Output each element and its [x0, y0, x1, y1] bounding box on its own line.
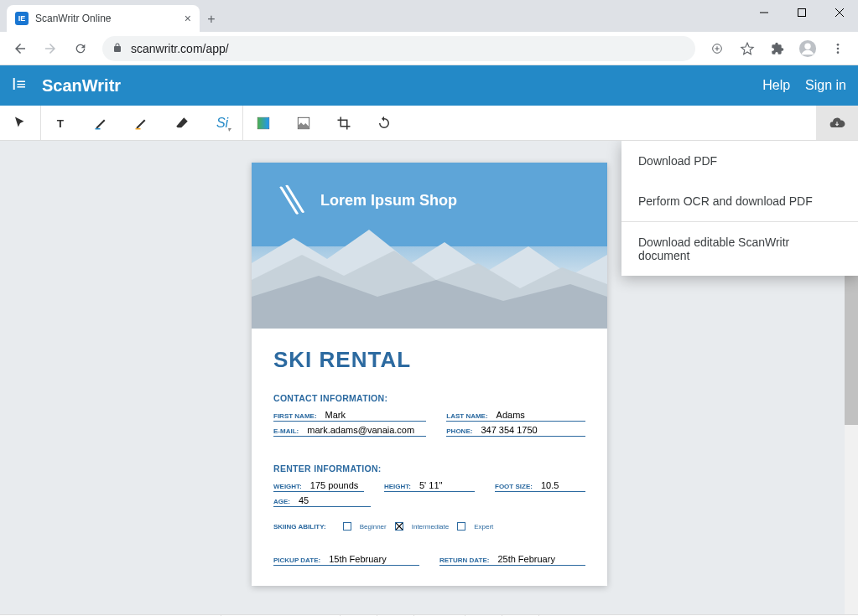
svg-point-11: [837, 51, 840, 54]
skiing-ability-row: SKIING ABILITY: Beginner Intermediate Ex…: [273, 522, 585, 531]
skill-expert-label: Expert: [474, 523, 493, 531]
last-name-value: Adams: [497, 410, 525, 420]
svg-rect-15: [136, 128, 141, 130]
image-color-tool[interactable]: [243, 106, 283, 140]
close-window-button[interactable]: [820, 0, 858, 25]
section-renter: RENTER INFORMATION:: [273, 463, 585, 474]
chevron-down-icon: ▾: [227, 126, 231, 133]
pickup-label: PICKUP DATE:: [273, 556, 320, 564]
skill-label: SKIING ABILITY:: [273, 523, 326, 531]
back-button[interactable]: [7, 35, 34, 62]
menu-icon[interactable]: [824, 35, 851, 62]
doc-brand: Lorem Ipsum Shop: [275, 183, 457, 218]
download-dropdown: Download PDF Perform OCR and download PD…: [621, 141, 858, 276]
svg-rect-1: [798, 9, 805, 17]
section-contact: CONTACT INFORMATION:: [273, 393, 585, 403]
phone-label: PHONE:: [446, 427, 472, 435]
eraser-tool[interactable]: [162, 106, 202, 140]
lock-icon: [112, 42, 122, 55]
header-links: Help Sign in: [762, 78, 846, 93]
ski-icon: [275, 183, 310, 218]
email-value: mark.adams@vanaia.com: [307, 425, 414, 435]
foot-value: 10.5: [541, 480, 559, 490]
doc-title: SKI RENTAL: [273, 347, 585, 373]
dropdown-ocr-pdf[interactable]: Perform OCR and download PDF: [621, 181, 858, 221]
height-label: HEIGHT:: [384, 483, 411, 490]
forward-button[interactable]: [37, 35, 64, 62]
doc-brand-text: Lorem Ipsum Shop: [320, 192, 457, 210]
close-icon[interactable]: ×: [185, 12, 191, 25]
image-bw-tool[interactable]: [283, 106, 324, 140]
document-page[interactable]: Lorem Ipsum Shop SKI RENTAL CONTACT INFO…: [252, 163, 607, 586]
pen-tool[interactable]: [81, 106, 122, 140]
maximize-button[interactable]: [783, 0, 820, 25]
checkbox-expert[interactable]: [457, 522, 465, 531]
browser-titlebar: IE ScanWritr Online × +: [0, 0, 858, 32]
weight-label: WEIGHT:: [273, 483, 302, 490]
svg-point-10: [837, 47, 840, 49]
text-tool[interactable]: T: [41, 106, 81, 140]
return-label: RETURN DATE:: [439, 556, 489, 564]
svg-text:T: T: [57, 116, 65, 129]
skill-intermediate-label: Intermediate: [412, 523, 449, 531]
doc-body: SKI RENTAL CONTACT INFORMATION: FIRST NA…: [252, 329, 607, 586]
email-label: E-MAIL:: [273, 427, 299, 435]
app-name: ScanWritr: [42, 76, 121, 96]
foot-label: FOOT SIZE:: [495, 483, 533, 490]
canvas-area[interactable]: Lorem Ipsum Shop SKI RENTAL CONTACT INFO…: [0, 141, 858, 614]
download-button[interactable]: [816, 106, 858, 140]
zoom-icon[interactable]: [704, 35, 731, 62]
pickup-value: 15th February: [329, 554, 386, 564]
profile-icon[interactable]: [794, 35, 821, 62]
height-value: 5' 11": [419, 480, 442, 490]
signin-link[interactable]: Sign in: [805, 78, 846, 93]
address-bar[interactable]: scanwritr.com/app/: [102, 36, 695, 61]
browser-tab[interactable]: IE ScanWritr Online ×: [7, 5, 200, 32]
star-icon[interactable]: [734, 35, 761, 62]
return-value: 25th February: [497, 554, 554, 564]
age-label: AGE:: [273, 498, 290, 505]
select-tool[interactable]: [0, 106, 40, 140]
extension-icon[interactable]: [764, 35, 791, 62]
minimize-button[interactable]: [745, 0, 783, 25]
dropdown-editable-doc[interactable]: Download editable ScanWritr document: [621, 222, 858, 276]
favicon-icon: IE: [15, 12, 29, 25]
first-name-label: FIRST NAME:: [273, 412, 317, 420]
age-value: 45: [299, 495, 309, 505]
window-controls: [745, 0, 858, 25]
dropdown-download-pdf[interactable]: Download PDF: [621, 141, 858, 181]
rotate-tool[interactable]: [364, 106, 404, 140]
svg-point-9: [837, 44, 840, 46]
last-name-label: LAST NAME:: [446, 412, 487, 420]
signature-tool[interactable]: Si▾: [202, 106, 242, 140]
phone-value: 347 354 1750: [481, 425, 537, 435]
logo-icon: I≡: [12, 73, 34, 98]
skill-beginner-label: Beginner: [360, 523, 387, 531]
tab-title: ScanWritr Online: [35, 13, 111, 24]
browser-toolbar: scanwritr.com/app/: [0, 32, 858, 65]
app-logo[interactable]: I≡ ScanWritr: [12, 73, 121, 98]
url-text: scanwritr.com/app/: [131, 42, 229, 55]
svg-rect-14: [96, 128, 101, 130]
highlighter-tool[interactable]: [122, 106, 162, 140]
first-name-value: Mark: [325, 410, 346, 420]
reload-button[interactable]: [67, 35, 94, 62]
help-link[interactable]: Help: [762, 78, 790, 93]
svg-point-8: [804, 43, 810, 49]
new-tab-button[interactable]: +: [200, 12, 223, 32]
crop-tool[interactable]: [324, 106, 364, 140]
checkbox-beginner[interactable]: [343, 522, 351, 531]
weight-value: 175 pounds: [310, 480, 359, 490]
document-hero: Lorem Ipsum Shop: [252, 163, 607, 329]
checkbox-intermediate[interactable]: [395, 522, 403, 531]
app-toolbar: T Si▾: [0, 106, 858, 141]
app-header: I≡ ScanWritr Help Sign in: [0, 65, 858, 106]
svg-text:I≡: I≡: [12, 75, 26, 93]
